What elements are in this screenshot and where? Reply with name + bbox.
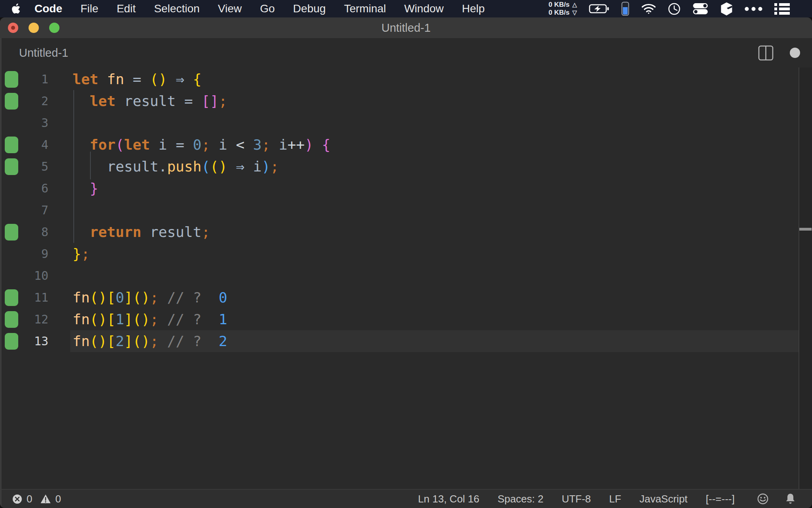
menu-terminal[interactable]: Terminal	[335, 2, 395, 15]
code-line-1[interactable]: 1let fn = () ⇒ {	[0, 68, 812, 90]
code-line-2[interactable]: 2 let result = [];	[0, 90, 812, 112]
code-line-8[interactable]: 8 return result;	[0, 221, 812, 243]
code-token: 2	[219, 333, 228, 349]
code-token: }	[73, 246, 81, 262]
battery-charging-icon[interactable]	[589, 3, 609, 14]
menu-file[interactable]: File	[71, 2, 107, 15]
overview-ruler-cursor-marker	[799, 228, 812, 231]
feedback-smiley-icon[interactable]	[757, 493, 769, 505]
code-line-5[interactable]: 5 result.push(() ⇒ i);	[0, 156, 812, 177]
code-line-4[interactable]: 4 for(let i = 0; i < 3; i++) {	[0, 134, 812, 156]
status-language[interactable]: JavaScript	[640, 493, 688, 505]
line-number[interactable]: 5	[16, 156, 48, 177]
warning-count: 0	[55, 493, 61, 505]
code-token: push	[167, 158, 201, 175]
network-speed-indicator[interactable]: 0 KB/s △ 0 KB/s ▽	[549, 1, 577, 17]
code-token: 1	[219, 311, 228, 327]
code-token: ;	[201, 137, 210, 153]
code-line-6[interactable]: 6 }	[0, 177, 812, 199]
code-token: ]	[124, 333, 133, 349]
line-number[interactable]: 2	[16, 90, 48, 112]
menu-debug[interactable]: Debug	[284, 2, 335, 15]
line-number[interactable]: 10	[16, 265, 48, 287]
window-controls	[8, 23, 59, 33]
status-eol[interactable]: LF	[609, 493, 621, 505]
code-line-7[interactable]: 7	[0, 199, 812, 221]
menu-selection[interactable]: Selection	[145, 2, 209, 15]
line-number[interactable]: 11	[16, 287, 48, 308]
code-line-13[interactable]: 13fn()[2](); // ? 2	[0, 330, 812, 352]
code-line-9[interactable]: 9};	[0, 243, 812, 265]
code-token	[201, 311, 218, 327]
minimize-button[interactable]	[29, 23, 39, 33]
code-token: ;	[270, 158, 279, 175]
clock-icon[interactable]	[668, 3, 680, 15]
notifications-bell-icon[interactable]	[785, 493, 796, 505]
code-line-10[interactable]: 10	[0, 265, 812, 287]
line-number[interactable]: 12	[16, 308, 48, 330]
code-token: let	[90, 93, 115, 109]
box-app-icon[interactable]	[720, 2, 733, 15]
menu-help[interactable]: Help	[453, 2, 494, 15]
split-editor-icon[interactable]	[758, 45, 774, 61]
code-token	[210, 137, 219, 153]
problems-status[interactable]: 0 0	[12, 493, 65, 505]
net-down-value: 0 KB/s	[549, 9, 570, 17]
code-line-11[interactable]: 11fn()[0](); // ? 0	[0, 287, 812, 308]
list-app-icon[interactable]	[774, 3, 790, 15]
code-token: fn	[73, 289, 90, 306]
line-number[interactable]: 13	[16, 330, 48, 352]
status-indentation[interactable]: Spaces: 2	[498, 493, 544, 505]
code-token: [	[107, 333, 116, 349]
code-token: result	[150, 224, 201, 240]
code-editor[interactable]: 1let fn = () ⇒ {2 let result = [];34 for…	[0, 67, 812, 489]
code-lines: 1let fn = () ⇒ {2 let result = [];34 for…	[0, 68, 812, 352]
code-text: for(let i = 0; i < 3; i++) {	[73, 134, 330, 156]
vertical-battery-icon[interactable]	[621, 2, 629, 16]
menu-edit[interactable]: Edit	[107, 2, 145, 15]
line-number[interactable]: 4	[16, 134, 48, 156]
menu-view[interactable]: View	[209, 2, 251, 15]
line-number[interactable]: 9	[16, 243, 48, 265]
line-number[interactable]: 7	[16, 199, 48, 221]
code-token: (	[201, 158, 210, 175]
menu-window[interactable]: Window	[395, 2, 453, 15]
code-text: fn()[2](); // ? 2	[73, 330, 227, 352]
net-up-row: 0 KB/s △	[549, 1, 577, 9]
status-bar: 0 0 Ln 13, Col 16Spaces: 2UTF-8LFJavaScr…	[0, 489, 812, 508]
code-text: return result;	[73, 221, 210, 243]
code-text: };	[73, 243, 90, 265]
line-number[interactable]: 1	[16, 68, 48, 90]
code-token	[73, 224, 90, 240]
code-line-12[interactable]: 12fn()[1](); // ? 1	[0, 308, 812, 330]
line-number[interactable]: 6	[16, 177, 48, 199]
code-line-3[interactable]: 3	[0, 112, 812, 134]
overflow-dots-icon[interactable]	[745, 7, 762, 11]
window-title-bar[interactable]: Untitled-1	[0, 17, 812, 38]
tab-title: Untitled-1	[19, 46, 68, 60]
menu-code[interactable]: Code	[25, 2, 71, 15]
overview-ruler[interactable]	[799, 67, 812, 489]
code-token: [	[107, 311, 116, 327]
wifi-icon[interactable]	[641, 3, 656, 14]
control-center-icon[interactable]	[692, 2, 709, 15]
apple-menu[interactable]	[11, 3, 21, 14]
code-token	[167, 71, 176, 87]
close-button[interactable]	[8, 23, 18, 33]
zoom-button[interactable]	[49, 23, 59, 33]
code-token: ()	[90, 333, 107, 349]
unsaved-changes-dot[interactable]	[790, 48, 800, 58]
line-number[interactable]: 3	[16, 112, 48, 134]
status-encoding[interactable]: UTF-8	[562, 493, 591, 505]
code-token: {	[322, 137, 331, 153]
line-number[interactable]: 8	[16, 221, 48, 243]
vscode-window: Untitled-1 Untitled-1 1let fn = () ⇒ {2 …	[0, 17, 812, 508]
menu-go[interactable]: Go	[251, 2, 284, 15]
status-progress-indicator[interactable]: [--=---]	[706, 493, 735, 505]
code-token	[73, 93, 90, 109]
code-token: ;	[150, 333, 159, 349]
code-token	[159, 311, 167, 327]
code-token	[184, 71, 193, 87]
warning-icon	[40, 494, 51, 504]
status-cursor-position[interactable]: Ln 13, Col 16	[418, 493, 479, 505]
